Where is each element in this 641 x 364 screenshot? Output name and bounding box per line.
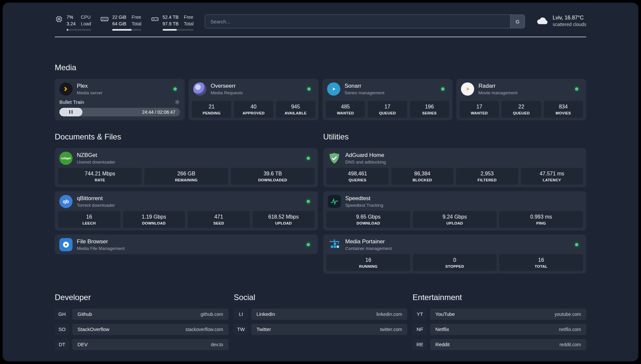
service-name: Media Portainer: [345, 238, 392, 245]
bookmark-linkedin[interactable]: LI LinkedIn linkedin.com: [234, 309, 408, 320]
stat-stopped: 0 STOPPED: [413, 254, 497, 271]
stat-label: LATENCY: [543, 178, 561, 182]
cpu-readout: 7% 3.24 CPU Load: [67, 14, 91, 31]
bookmark-domain: twitter.com: [380, 327, 402, 332]
service-subtitle: Media Requests: [211, 90, 243, 95]
search-provider-button[interactable]: G: [510, 15, 525, 28]
radarr-stats: 17 WANTED 22 QUEUED 834 MOVIES: [460, 101, 583, 118]
qbittorrent-stats: 16 LEECH 1.19 Gbps DOWNLOAD 471 SEED 618…: [58, 211, 315, 228]
nzbget-icon-text: nzbget: [61, 157, 71, 160]
stat-label: PENDING: [202, 111, 221, 115]
search-input[interactable]: [205, 15, 525, 28]
status-dot: [441, 87, 444, 91]
bookmark-abbr: TW: [234, 324, 248, 335]
section-media: Media Plex Media server Bullet Train: [55, 63, 586, 120]
service-subtitle: Media server: [77, 90, 103, 95]
bookmark-domain: dev.to: [211, 342, 223, 347]
service-card-plex[interactable]: Plex Media server Bullet Train: [55, 79, 185, 120]
bookmark-github[interactable]: GH Github github.com: [55, 309, 229, 320]
stat-value: 16: [365, 257, 371, 263]
qbittorrent-header[interactable]: qb qBittorrent Torrent downloader: [58, 194, 315, 208]
bookmark-pill[interactable]: LinkedIn linkedin.com: [251, 309, 408, 320]
stat-label: DOWNLOAD: [142, 221, 166, 225]
disk-free-value: 52.4 TB: [163, 14, 179, 20]
cpu-load-label: Load: [81, 20, 91, 27]
overseerr-header[interactable]: Overseerr Media Requests: [192, 81, 315, 96]
service-card-nzbget[interactable]: nzbget NZBGet Usenet downloader 744.21 M…: [55, 148, 318, 187]
stat-download: 1.19 Gbps DOWNLOAD: [123, 211, 185, 228]
speedtest-header[interactable]: Speedtest Speedtest Tracking: [326, 194, 583, 208]
stat-value: 266 GB: [177, 171, 195, 177]
nzbget-header[interactable]: nzbget NZBGet Usenet downloader: [58, 151, 315, 165]
stat-wanted: 485 WANTED: [326, 101, 365, 118]
bookmark-abbr: LI: [234, 309, 248, 320]
stat-value: 2,953: [480, 171, 494, 177]
bookmark-pill[interactable]: DEV dev.to: [72, 339, 229, 350]
service-subtitle: DNS and adblocking: [345, 160, 386, 165]
bookmark-youtube[interactable]: YT YouTube youtube.com: [412, 309, 586, 320]
service-card-qbittorrent[interactable]: qb qBittorrent Torrent downloader 16 LEE…: [55, 191, 318, 230]
pause-icon[interactable]: [69, 110, 73, 114]
bookmark-pill[interactable]: Netflix netflix.com: [430, 324, 586, 335]
stat-label: DOWNLOAD: [356, 221, 380, 225]
stat-value: 618.52 Mbps: [268, 214, 299, 220]
bookmark-pill[interactable]: Reddit reddit.com: [430, 339, 586, 350]
status-dot: [307, 87, 311, 91]
stat-download: 9.65 Gbps DOWNLOAD: [326, 211, 410, 228]
memory-free-value: 22 GiB: [112, 14, 126, 20]
weather-location: Lviv, 16.87°C: [553, 15, 586, 21]
bookmark-domain: youtube.com: [555, 312, 581, 317]
bookmark-domain: stackoverflow.com: [185, 327, 223, 332]
bookmark-netflix[interactable]: NF Netflix netflix.com: [412, 324, 586, 335]
bookmark-reddit[interactable]: RE Reddit reddit.com: [412, 339, 586, 350]
bookmark-dev[interactable]: DT DEV dev.to: [55, 339, 229, 350]
disk-icon: [151, 15, 159, 23]
service-card-filebrowser[interactable]: File Browser Media File Management: [55, 234, 318, 254]
memory-total-label: Total: [132, 20, 141, 27]
bookmark-pill[interactable]: YouTube youtube.com: [430, 309, 586, 320]
radarr-header[interactable]: Radarr Movie management: [460, 81, 583, 96]
bookmark-domain: netflix.com: [559, 327, 581, 332]
qbittorrent-icon: qb: [59, 195, 73, 208]
service-card-adguard[interactable]: AdGuard Home DNS and adblocking 498,461 …: [323, 148, 586, 187]
middle-sections: Documents & Files nzbget NZBGet Usenet d…: [55, 132, 586, 274]
stat-upload: 9.24 Gbps UPLOAD: [413, 211, 497, 228]
service-card-radarr[interactable]: Radarr Movie management 17 WANTED 22 QUE…: [456, 79, 586, 120]
stat-value: 834: [559, 104, 568, 110]
plex-header[interactable]: Plex Media server: [58, 81, 181, 96]
service-card-sonarr[interactable]: Sonarr Series management 485 WANTED 17 Q…: [322, 79, 452, 120]
bookmark-stackoverflow[interactable]: SO StackOverflow stackoverflow.com: [55, 324, 229, 335]
stat-series: 196 SERIES: [410, 101, 449, 118]
sonarr-header[interactable]: Sonarr Series management: [326, 81, 449, 96]
nzbget-titles: NZBGet Usenet downloader: [77, 152, 115, 165]
filebrowser-header[interactable]: File Browser Media File Management: [58, 237, 315, 252]
playback-progress-bar[interactable]: 24:44 / 02:06:47: [59, 108, 180, 116]
stat-value: 0: [453, 257, 456, 263]
bookmark-name: Twitter: [257, 326, 271, 332]
service-card-speedtest[interactable]: Speedtest Speedtest Tracking 9.65 Gbps D…: [323, 191, 586, 230]
stat-label: UPLOAD: [275, 221, 292, 225]
service-card-overseerr[interactable]: Overseerr Media Requests 21 PENDING 40 A…: [189, 79, 319, 120]
stat-value: 22: [518, 104, 524, 110]
bookmark-twitter[interactable]: TW Twitter twitter.com: [234, 324, 408, 335]
memory-widget: 22 GiB 64 GiB Free Total: [100, 14, 141, 31]
service-subtitle: Torrent downloader: [77, 203, 115, 208]
stat-value: 86,384: [414, 171, 430, 177]
cpu-value-column: 7% 3.24: [67, 14, 76, 27]
stat-label: RATE: [95, 178, 105, 182]
disk-free-label: Free: [184, 14, 194, 20]
bookmark-pill[interactable]: StackOverflow stackoverflow.com: [72, 324, 229, 335]
disk-total-label: Total: [184, 20, 194, 27]
service-card-portainer[interactable]: Media Portainer Container management 16 …: [323, 234, 586, 274]
stat-total: 16 TOTAL: [499, 254, 583, 271]
gear-icon[interactable]: [174, 99, 180, 105]
bookmark-pill[interactable]: Github github.com: [72, 309, 229, 320]
stat-value: 40: [251, 104, 257, 110]
stat-value: 17: [384, 104, 390, 110]
adguard-header[interactable]: AdGuard Home DNS and adblocking: [326, 151, 583, 165]
bookmark-name: DEV: [77, 342, 88, 347]
section-title-documents: Documents & Files: [55, 132, 318, 141]
bookmark-pill[interactable]: Twitter twitter.com: [251, 324, 408, 335]
stat-downloaded: 39.6 TB DOWNLOADED: [231, 168, 315, 185]
portainer-header[interactable]: Media Portainer Container management: [326, 237, 583, 252]
